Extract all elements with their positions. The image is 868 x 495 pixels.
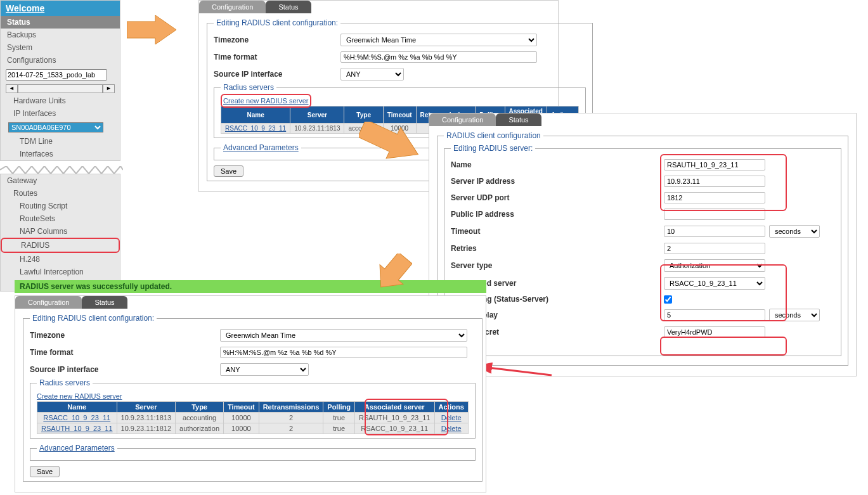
- col-server: Server: [290, 106, 344, 124]
- col-timeout: Timeout: [224, 402, 259, 413]
- svg-marker-1: [127, 15, 176, 44]
- tab-configuration[interactable]: Configuration: [199, 1, 266, 13]
- timefmt-input[interactable]: [220, 347, 467, 358]
- row-type: authorization: [176, 423, 224, 434]
- srcip-select[interactable]: ANY: [340, 68, 404, 80]
- config-name-input[interactable]: [6, 69, 107, 80]
- row-server: 10.9.23.11:1813: [290, 124, 344, 134]
- legend-radius-client-config: RADIUS client configuration: [444, 131, 543, 140]
- row-name-link[interactable]: RSAUTH_10_9_23_11: [37, 423, 117, 434]
- svg-marker-3: [374, 254, 412, 292]
- row-retrans: 2: [259, 423, 323, 434]
- sidebar-item-gateway[interactable]: Gateway: [1, 174, 120, 187]
- row-server: 10.9.23.11:1813: [117, 413, 176, 423]
- timefmt-label: Time format: [214, 53, 340, 61]
- col-timeout: Timeout: [383, 106, 416, 124]
- legend-edit-radius-server: Editing RADIUS server:: [451, 144, 535, 153]
- zigzag-separator: [0, 166, 123, 174]
- row-name-link[interactable]: RSACC_10_9_23_11: [37, 413, 117, 423]
- port-label: Server UDP port: [451, 193, 616, 202]
- sidebar-item-configurations[interactable]: Configurations: [1, 54, 120, 67]
- advanced-params-link[interactable]: Advanced Parameters: [37, 444, 117, 453]
- row-timeout: 10000: [224, 413, 259, 423]
- col-retrans: Retransmissions: [259, 402, 323, 413]
- legend-edit-radius-client: Editing RADIUS client configuration:: [214, 18, 340, 27]
- legend-radius-servers: Radius servers: [37, 378, 93, 387]
- row-name-link[interactable]: RSACC_10_9_23_11: [221, 124, 290, 134]
- timezone-select[interactable]: Greenwich Mean Time: [220, 329, 467, 342]
- col-type: Type: [176, 402, 224, 413]
- sidebar-item-h248[interactable]: H.248: [1, 253, 120, 266]
- timezone-label: Timezone: [30, 331, 220, 340]
- welcome-header[interactable]: Welcome: [1, 1, 120, 16]
- row-polling: true: [323, 423, 355, 434]
- row-timeout: 10000: [224, 423, 259, 434]
- col-name: Name: [221, 106, 290, 124]
- red-highlight-secret: [660, 337, 787, 356]
- tab-status[interactable]: Status: [266, 1, 311, 13]
- save-button[interactable]: Save: [214, 165, 243, 177]
- timezone-select[interactable]: Greenwich Mean Time: [340, 34, 537, 46]
- col-server: Server: [117, 402, 176, 413]
- tab-status[interactable]: Status: [496, 113, 541, 126]
- success-message: RADIUS server was successfully updated.: [15, 280, 486, 293]
- panel-edit-radius-server: Configuration Status RADIUS client confi…: [429, 113, 857, 376]
- srcip-select[interactable]: ANY: [220, 363, 309, 376]
- tab-configuration[interactable]: Configuration: [15, 296, 82, 309]
- retries-input[interactable]: [664, 243, 765, 254]
- red-highlight-assoc-column: [365, 399, 448, 435]
- sidebar-item-routesets[interactable]: RouteSets: [1, 212, 120, 225]
- panel-radius-client-bottom: Configuration Status Editing RADIUS clie…: [15, 295, 486, 492]
- sidebar-item-tdm[interactable]: TDM Line: [1, 135, 120, 148]
- red-highlight-top: [660, 154, 787, 211]
- sidebar-lower: Gateway Routes Routing Script RouteSets …: [0, 174, 120, 292]
- type-label: Server type: [451, 261, 616, 270]
- scroll-right-icon[interactable]: ►: [103, 84, 115, 93]
- pubip-label: Public IP address: [451, 210, 616, 219]
- save-button[interactable]: Save: [30, 466, 60, 477]
- timefmt-input[interactable]: [340, 51, 537, 63]
- retries-label: Retries: [451, 244, 616, 253]
- srcip-label: Source IP interface: [30, 365, 220, 374]
- timeout-unit-select[interactable]: seconds: [769, 225, 820, 238]
- serial-select[interactable]: SN00A0BA06E970: [8, 122, 103, 132]
- create-radius-link[interactable]: Create new RADIUS server: [223, 96, 309, 106]
- orange-arrow-1: [127, 15, 176, 44]
- sidebar-item-lawful[interactable]: Lawful Interception: [1, 266, 120, 278]
- svg-line-0: [488, 368, 552, 375]
- timefmt-label: Time format: [30, 348, 220, 357]
- advanced-params-link[interactable]: Advanced Parameters: [221, 143, 301, 152]
- sidebar-item-hardware[interactable]: Hardware Units: [1, 94, 120, 107]
- sidebar-item-radius[interactable]: RADIUS: [1, 238, 120, 253]
- scroll-track[interactable]: [18, 84, 103, 93]
- name-label: Name: [451, 160, 616, 169]
- col-name: Name: [37, 402, 117, 413]
- row-type: accounting: [176, 413, 224, 423]
- create-radius-link[interactable]: Create new RADIUS server: [37, 391, 122, 401]
- timeout-label: Timeout: [451, 227, 616, 236]
- srcip-label: Source IP interface: [214, 70, 340, 79]
- col-type: Type: [344, 106, 383, 124]
- sidebar-item-nap-columns[interactable]: NAP Columns: [1, 225, 120, 238]
- tab-status[interactable]: Status: [82, 296, 127, 309]
- sidebar-item-ip-interfaces[interactable]: IP Interfaces: [1, 107, 120, 120]
- orange-arrow-3: [374, 254, 412, 292]
- timeout-input[interactable]: [664, 226, 765, 237]
- scroll-left-icon[interactable]: ◄: [6, 84, 18, 93]
- legend-radius-servers: Radius servers: [221, 83, 276, 92]
- sidebar-item-backups[interactable]: Backups: [1, 29, 120, 41]
- svg-marker-2: [359, 122, 421, 161]
- sidebar-item-interfaces[interactable]: Interfaces: [1, 148, 120, 160]
- sidebar-item-routing-script[interactable]: Routing Script: [1, 200, 120, 212]
- row-polling: true: [323, 413, 355, 423]
- sidebar-item-status[interactable]: Status: [1, 16, 120, 29]
- legend-edit-radius-client: Editing RADIUS client configuration:: [30, 314, 157, 323]
- horizontal-scroll[interactable]: ◄ ►: [6, 84, 115, 93]
- sidebar-item-system[interactable]: System: [1, 41, 120, 54]
- timezone-label: Timezone: [214, 35, 340, 44]
- tab-configuration[interactable]: Configuration: [429, 113, 496, 126]
- orange-arrow-2: [359, 122, 421, 161]
- sidebar: Welcome Status Backups System Configurat…: [0, 0, 120, 161]
- red-highlight-mid: [660, 264, 787, 321]
- sidebar-item-routes[interactable]: Routes: [1, 187, 120, 200]
